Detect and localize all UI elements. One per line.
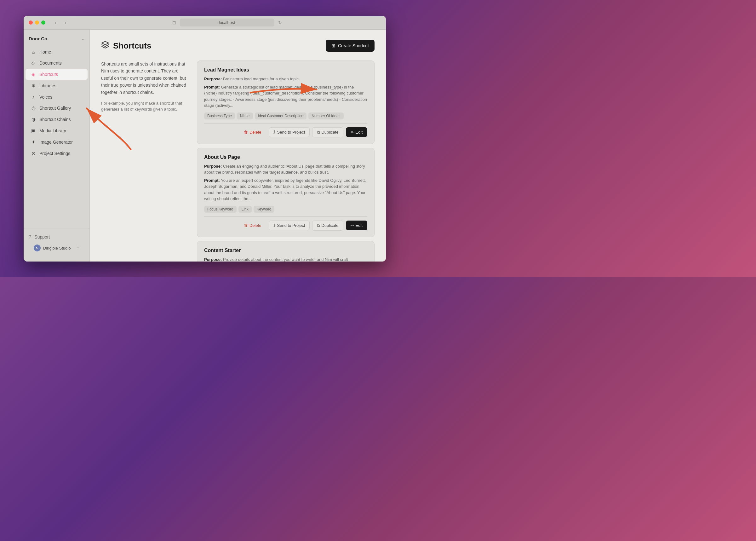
- delete-label-0: Delete: [249, 130, 261, 135]
- intro-text: Shortcuts are small sets of instructions…: [101, 61, 189, 262]
- intro-paragraph-2: For example, you might make a shortcut t…: [101, 100, 189, 113]
- sidebar: Door Co. ⌄ ⌂ Home ◇ Documents ◈ Shortcut…: [24, 30, 90, 262]
- sidebar-item-project-settings[interactable]: ⊙ Project Settings: [26, 148, 88, 159]
- sidebar-item-libraries[interactable]: ⊕ Libraries: [26, 80, 88, 91]
- shortcut-gallery-icon: ◎: [31, 105, 36, 111]
- close-button[interactable]: [29, 20, 33, 25]
- purpose-label-0: Purpose:: [204, 77, 222, 81]
- tag-keyword: Keyword: [253, 206, 275, 213]
- sidebar-item-shortcut-gallery[interactable]: ◎ Shortcut Gallery: [26, 103, 88, 114]
- sidebar-item-media-library[interactable]: ▣ Media Library: [26, 125, 88, 136]
- shortcut-card-lead-magnet: Lead Magnet Ideas Purpose: Brainstorm le…: [197, 61, 375, 144]
- main-content: Shortcuts ⊞ Create Shortcut Shortcuts ar…: [90, 30, 386, 262]
- support-item[interactable]: ? Support: [29, 232, 84, 242]
- workspace-initial: S: [36, 246, 38, 250]
- tags-about-us: Focus Keyword Link Keyword: [204, 206, 367, 213]
- tags-lead-magnet: Business Type Niche Ideal Customer Descr…: [204, 113, 367, 119]
- forward-button[interactable]: ›: [62, 19, 69, 26]
- tag-ideal-customer: Ideal Customer Description: [255, 113, 307, 119]
- edit-label-1: Edit: [356, 223, 363, 228]
- share-icon-1: ⤴: [273, 223, 276, 228]
- sidebar-item-voices[interactable]: ♪ Voices: [26, 92, 88, 102]
- sidebar-item-home-label: Home: [39, 49, 51, 55]
- shortcut-title-content-starter: Content Starter: [204, 248, 367, 253]
- edit-label-0: Edit: [356, 130, 363, 135]
- shortcut-purpose-about-us: Purpose: Create an engaging and authenti…: [204, 163, 367, 176]
- sidebar-item-project-settings-label: Project Settings: [39, 151, 70, 156]
- tag-number-of-ideas: Number Of Ideas: [308, 113, 343, 119]
- page-header: Shortcuts ⊞ Create Shortcut: [101, 40, 375, 52]
- sidebar-item-image-generator[interactable]: ✦ Image Generator: [26, 137, 88, 148]
- shortcut-card-content-starter: Content Starter Purpose: Provide details…: [197, 241, 375, 262]
- purpose-label-2: Purpose:: [204, 257, 222, 262]
- address-bar[interactable]: localhost: [180, 19, 274, 26]
- shortcut-title-about-us: About Us Page: [204, 154, 367, 160]
- copy-icon-0: ⧉: [317, 130, 320, 135]
- send-to-project-button-lead-magnet[interactable]: ⤴ Send to Project: [269, 127, 310, 137]
- purpose-content-0: Brainstorm lead magnets for a given topi…: [223, 77, 300, 81]
- shortcut-purpose-content-starter: Purpose: Provide details about the conte…: [204, 257, 367, 262]
- page-title-group: Shortcuts: [101, 41, 151, 51]
- create-icon: ⊞: [331, 43, 335, 49]
- prompt-label-0: Prompt:: [204, 85, 220, 90]
- sidebar-item-documents[interactable]: ◇ Documents: [26, 58, 88, 68]
- card-actions-lead-magnet: 🗑 Delete ⤴ Send to Project ⧉ Duplicate: [204, 123, 367, 137]
- shortcuts-icon: ◈: [31, 72, 36, 77]
- workspace-avatar: S: [34, 245, 41, 252]
- pencil-icon-0: ✏: [351, 130, 354, 135]
- send-label-1: Send to Project: [277, 223, 305, 228]
- sidebar-item-home[interactable]: ⌂ Home: [26, 47, 88, 57]
- fullscreen-button[interactable]: [41, 20, 45, 25]
- page-title: Shortcuts: [113, 41, 151, 51]
- minimize-button[interactable]: [35, 20, 39, 25]
- edit-button-lead-magnet[interactable]: ✏ Edit: [346, 127, 367, 137]
- voices-icon: ♪: [31, 94, 36, 100]
- shortcuts-list: Lead Magnet Ideas Purpose: Brainstorm le…: [197, 61, 375, 262]
- send-label-0: Send to Project: [277, 130, 305, 135]
- sidebar-item-shortcut-gallery-label: Shortcut Gallery: [39, 106, 71, 111]
- support-icon: ?: [29, 234, 31, 240]
- duplicate-button-lead-magnet[interactable]: ⧉ Duplicate: [312, 127, 343, 137]
- browser-titlebar: ‹ › ⊡ localhost ↻: [24, 16, 386, 30]
- libraries-icon: ⊕: [31, 83, 36, 89]
- card-actions-about-us: 🗑 Delete ⤴ Send to Project ⧉ Duplicate: [204, 217, 367, 231]
- workspace-expand-icon: ⌃: [77, 246, 79, 250]
- media-library-icon: ▣: [31, 128, 36, 134]
- sidebar-item-documents-label: Documents: [39, 61, 62, 66]
- shortcut-prompt-lead-magnet: Prompt: Generate a strategic list of lea…: [204, 84, 367, 109]
- shortcut-chains-icon: ◑: [31, 117, 36, 122]
- sidebar-nav: ⌂ Home ◇ Documents ◈ Shortcuts ⊕ Librari…: [24, 46, 90, 228]
- prompt-label-1: Prompt:: [204, 178, 220, 183]
- shortcut-title-lead-magnet: Lead Magnet Ideas: [204, 67, 367, 73]
- workspace-chevron-icon: ⌄: [81, 37, 84, 41]
- project-settings-icon: ⊙: [31, 151, 36, 156]
- delete-button-about-us[interactable]: 🗑 Delete: [239, 221, 266, 230]
- nav-buttons: ‹ ›: [52, 19, 69, 26]
- trash-icon-0: 🗑: [244, 130, 248, 135]
- sidebar-item-voices-label: Voices: [39, 95, 52, 100]
- tag-business-type: Business Type: [204, 113, 235, 119]
- send-to-project-button-about-us[interactable]: ⤴ Send to Project: [269, 221, 310, 230]
- copy-icon-1: ⧉: [317, 223, 320, 228]
- refresh-icon[interactable]: ↻: [278, 20, 282, 25]
- image-generator-icon: ✦: [31, 139, 36, 145]
- sidebar-item-shortcut-chains[interactable]: ◑ Shortcut Chains: [26, 114, 88, 125]
- workspace-header[interactable]: Door Co. ⌄: [24, 35, 90, 46]
- workspace-footer[interactable]: S Dirigible Studio ⌃: [29, 242, 84, 253]
- back-button[interactable]: ‹: [52, 19, 59, 26]
- tag-link: Link: [238, 206, 252, 213]
- trash-icon-1: 🗑: [244, 223, 248, 228]
- home-icon: ⌂: [31, 49, 36, 55]
- prompt-content-1: You are an expert copywriter, inspired b…: [204, 178, 366, 201]
- delete-button-lead-magnet[interactable]: 🗑 Delete: [239, 127, 266, 137]
- edit-button-about-us[interactable]: ✏ Edit: [346, 221, 367, 230]
- support-label: Support: [34, 235, 50, 240]
- create-shortcut-button[interactable]: ⊞ Create Shortcut: [326, 40, 375, 52]
- sidebar-item-image-generator-label: Image Generator: [39, 140, 73, 145]
- duplicate-button-about-us[interactable]: ⧉ Duplicate: [312, 221, 343, 231]
- pencil-icon-1: ✏: [351, 223, 354, 228]
- sidebar-item-shortcuts[interactable]: ◈ Shortcuts: [26, 69, 88, 80]
- sidebar-item-libraries-label: Libraries: [39, 83, 56, 88]
- documents-icon: ◇: [31, 60, 36, 66]
- sidebar-item-shortcuts-label: Shortcuts: [39, 72, 58, 77]
